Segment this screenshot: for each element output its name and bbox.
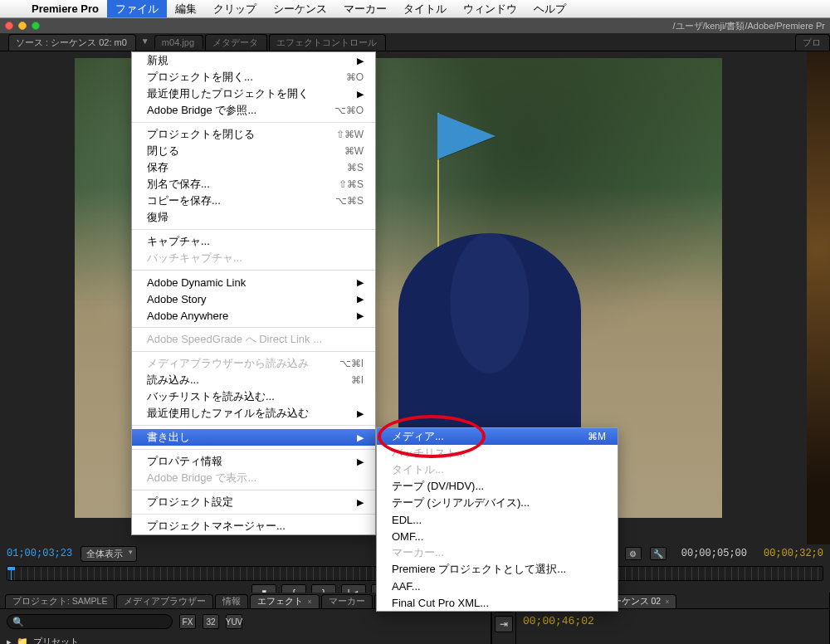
presets-row[interactable]: ▸ 📁 プリセット	[0, 634, 491, 644]
folder-icon: 📁	[17, 637, 28, 644]
close-icon[interactable]: ×	[665, 598, 669, 606]
menu-file[interactable]: ファイル	[107, 0, 167, 17]
source-tab-3-label: エフェクトコントロール	[276, 37, 377, 49]
close-icon[interactable]: ×	[307, 598, 311, 606]
wrench-icon[interactable]: 🔧	[650, 547, 666, 560]
file-menu-item[interactable]: キャプチャ...	[132, 233, 375, 250]
menu-help[interactable]: ヘルプ	[525, 0, 574, 17]
menu-item-label: Final Cut Pro XML...	[392, 597, 606, 609]
menu-edit[interactable]: 編集	[167, 0, 205, 17]
submenu-arrow-icon: ▶	[357, 56, 364, 66]
tab-effects[interactable]: エフェクト×	[250, 594, 319, 608]
menu-item-label: バッチキャプチャ...	[147, 251, 364, 266]
zoom-fit-select[interactable]: 全体表示	[81, 546, 137, 562]
minimize-window-icon[interactable]	[18, 22, 27, 30]
menu-item-shortcut: ⌘I	[351, 374, 364, 386]
file-menu-item[interactable]: プロジェクトを開く...⌘O	[132, 69, 375, 85]
fx-badge-icon[interactable]: FX	[179, 614, 196, 629]
program-tab-label: プロ	[803, 37, 821, 49]
source-tab-3[interactable]: エフェクトコントロール	[269, 34, 386, 51]
file-menu-item[interactable]: 最近使用したプロジェクトを開く▶	[132, 85, 375, 102]
mac-menubar: Premiere Pro ファイル 編集 クリップ シーケンス マーカー タイト…	[0, 0, 830, 18]
menu-item-shortcut: ⌘O	[346, 71, 364, 83]
menu-item-label: タイトル...	[392, 462, 606, 477]
export-menu-item[interactable]: Final Cut Pro XML...	[377, 594, 618, 611]
effects-search-input[interactable]: 🔍	[7, 614, 173, 629]
file-menu-item[interactable]: 読み込み...⌘I	[132, 372, 375, 388]
current-timecode[interactable]: 01;00;03;23	[7, 548, 72, 559]
file-menu-item[interactable]: プロジェクト設定▶	[132, 494, 375, 510]
source-tab-0-label: ソース : シーケンス 02: m0	[16, 37, 127, 49]
menu-item-label: 保存	[147, 160, 322, 175]
file-menu-item[interactable]: 保存⌘S	[132, 159, 375, 176]
menu-separator	[132, 425, 375, 426]
file-menu-item[interactable]: プロジェクトマネージャー...	[132, 518, 375, 534]
search-icon: 🔍	[12, 617, 24, 627]
submenu-arrow-icon: ▶	[357, 456, 364, 467]
32bit-badge-icon[interactable]: 32	[203, 614, 219, 629]
menu-separator	[132, 229, 375, 230]
tab-media-browser-label: メディアブラウザー	[124, 596, 206, 607]
track-select-tool-icon[interactable]: ⇥	[495, 616, 513, 632]
menu-marker[interactable]: マーカー	[335, 0, 395, 17]
tab-project[interactable]: プロジェクト: SAMPLE	[5, 594, 115, 608]
file-menu-item[interactable]: プロジェクトを閉じる⇧⌘W	[132, 126, 375, 143]
menu-item-shortcut: ⌥⌘I	[339, 358, 364, 369]
export-menu-item[interactable]: EDL...	[377, 511, 618, 528]
menu-item-label: Adobe Dynamic Link	[147, 276, 332, 289]
file-menu-item[interactable]: プロパティ情報▶	[132, 453, 375, 470]
export-menu-item[interactable]: AAF...	[377, 578, 618, 594]
tab-info[interactable]: 情報	[215, 594, 248, 608]
file-menu-item[interactable]: バッチリストを読み込む...	[132, 388, 375, 405]
menu-clip[interactable]: クリップ	[205, 0, 265, 17]
export-menu-item[interactable]: Premiere プロジェクトとして選択...	[377, 561, 618, 578]
file-menu-item[interactable]: Adobe Dynamic Link▶	[132, 274, 375, 290]
file-menu-item[interactable]: Adobe Bridge で参照...⌥⌘O	[132, 102, 375, 119]
file-menu-item[interactable]: Adobe Story▶	[132, 290, 375, 307]
tab-markers-label: マーカー	[329, 596, 365, 607]
file-menu-item[interactable]: 閉じる⌘W	[132, 143, 375, 159]
file-menu-item: Adobe SpeedGrade へ Direct Link ...	[132, 331, 375, 348]
menu-item-label: Adobe Bridge で参照...	[147, 103, 310, 118]
export-menu-item: タイトル...	[377, 461, 618, 478]
ruler-playhead-icon[interactable]	[11, 567, 12, 580]
timeline-timecode[interactable]: 00;00;46;02	[523, 615, 594, 627]
duration-timecode: 00;00;05;00	[681, 548, 747, 559]
file-menu-item[interactable]: コピーを保存...⌥⌘S	[132, 193, 375, 209]
menu-item-shortcut: ⌘M	[588, 431, 606, 442]
export-menu-item[interactable]: メディア...⌘M	[377, 428, 618, 445]
menu-separator	[132, 514, 375, 515]
menu-window[interactable]: ウィンドウ	[455, 0, 525, 17]
source-tab-0[interactable]: ソース : シーケンス 02: m0	[8, 34, 136, 51]
export-menu-item[interactable]: テープ (DV/HDV)...	[377, 478, 618, 495]
export-menu-item[interactable]: テープ (シリアルデバイス)...	[377, 495, 618, 511]
menu-item-label: 閉じる	[147, 144, 320, 159]
tab-media-browser[interactable]: メディアブラウザー	[116, 594, 213, 608]
zoom-window-icon[interactable]	[32, 22, 40, 30]
yuv-badge-icon[interactable]: YUV	[226, 614, 242, 629]
menu-item-label: マーカー...	[392, 545, 606, 560]
export-submenu-popup: メディア...⌘Mバッチリスト...タイトル...テープ (DV/HDV)...…	[376, 427, 618, 612]
tab-markers[interactable]: マーカー	[321, 594, 373, 608]
file-menu-item[interactable]: 新規▶	[132, 52, 375, 69]
file-menu-item[interactable]: 別名で保存...⇧⌘S	[132, 176, 375, 193]
traffic-lights	[5, 22, 40, 30]
program-tab[interactable]: プロ	[795, 34, 830, 51]
file-menu-item[interactable]: 書き出し▶	[132, 429, 375, 446]
window-titlebar: /ユーザ/kenji/書類/Adobe/Premiere Pr	[0, 18, 830, 33]
menu-title[interactable]: タイトル	[395, 0, 455, 17]
export-menu-item[interactable]: OMF...	[377, 528, 618, 544]
source-tab-overflow-icon[interactable]: ▼	[141, 37, 153, 48]
file-menu-item[interactable]: 最近使用したファイルを読み込む▶	[132, 405, 375, 422]
source-tab-2[interactable]: メタデータ	[205, 34, 267, 51]
file-menu-item[interactable]: Adobe Anywhere▶	[132, 307, 375, 324]
source-tab-1[interactable]: m04.jpg	[154, 35, 203, 49]
settings-gear-icon[interactable]: ⚙	[625, 547, 642, 560]
submenu-arrow-icon: ▶	[357, 497, 364, 508]
file-menu-item[interactable]: 復帰	[132, 209, 375, 226]
tab-project-label: プロジェクト: SAMPLE	[12, 596, 107, 607]
menu-item-label: AAF...	[392, 580, 606, 593]
menu-sequence[interactable]: シーケンス	[265, 0, 335, 17]
disclosure-triangle-icon[interactable]: ▸	[7, 637, 12, 644]
close-window-icon[interactable]	[5, 22, 13, 30]
